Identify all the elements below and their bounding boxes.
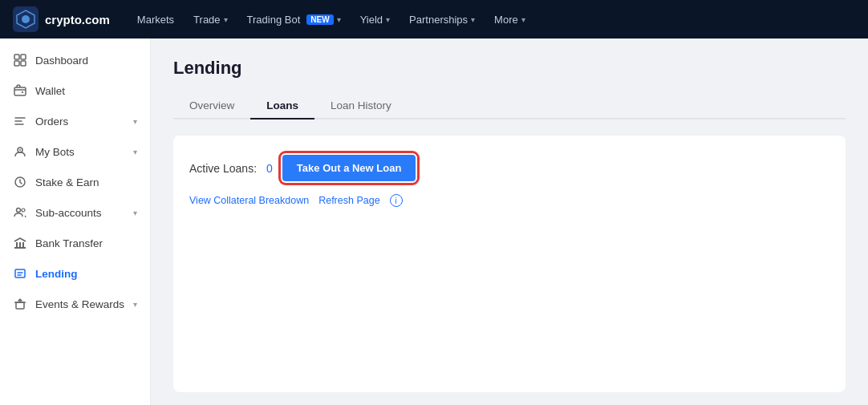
sidebar-label-events-rewards: Events & Rewards (35, 298, 124, 310)
active-loans-row: Active Loans: 0 Take Out a New Loan (189, 155, 829, 181)
content-area: Lending Overview Loans Loan History Acti… (151, 38, 868, 405)
sidebar-label-bank-transfer: Bank Transfer (35, 237, 103, 249)
svg-rect-14 (16, 242, 18, 247)
wallet-icon (13, 83, 27, 98)
events-rewards-arrow: ▾ (133, 300, 137, 309)
svg-rect-17 (15, 269, 25, 277)
lending-icon (13, 266, 27, 281)
refresh-page-link[interactable]: Refresh Page (318, 195, 379, 206)
stake-earn-icon (13, 175, 27, 189)
svg-rect-16 (22, 242, 24, 247)
logo-icon (13, 6, 39, 32)
sidebar-label-orders: Orders (35, 115, 68, 128)
take-out-loan-button[interactable]: Take Out a New Loan (282, 155, 416, 181)
nav-markets[interactable]: Markets (129, 9, 182, 30)
svg-rect-15 (19, 242, 21, 247)
sidebar-item-sub-accounts[interactable]: Sub-accounts ▾ (0, 197, 150, 228)
more-chevron: ▾ (521, 15, 525, 24)
tab-loan-history[interactable]: Loan History (314, 93, 408, 119)
tab-loans[interactable]: Loans (250, 93, 314, 119)
page-title: Lending (173, 58, 846, 79)
active-loans-label: Active Loans: (189, 162, 257, 175)
sub-links: View Collateral Breakdown Refresh Page i (189, 194, 829, 207)
top-navigation: crypto.com Markets Trade ▾ Trading Bot N… (0, 0, 868, 38)
svg-rect-2 (14, 55, 19, 59)
trade-chevron: ▾ (224, 15, 228, 24)
tabs-bar: Overview Loans Loan History (173, 93, 846, 119)
main-layout: Dashboard Wallet Orders ▾ (0, 38, 868, 405)
sidebar-item-wallet[interactable]: Wallet (0, 75, 150, 106)
nav-trading-bot[interactable]: Trading Bot NEW ▾ (239, 9, 349, 30)
orders-arrow: ▾ (133, 117, 137, 126)
info-icon[interactable]: i (390, 194, 403, 207)
nav-links: Markets Trade ▾ Trading Bot NEW ▾ Yield … (129, 9, 533, 30)
sidebar-item-events-rewards[interactable]: Events & Rewards ▾ (0, 289, 150, 319)
sidebar-label-my-bots: My Bots (35, 146, 75, 158)
svg-rect-7 (22, 91, 23, 93)
nav-trade[interactable]: Trade ▾ (185, 9, 235, 30)
sidebar-item-stake-earn[interactable]: Stake & Earn (0, 167, 150, 197)
svg-point-12 (22, 209, 25, 212)
my-bots-icon (13, 144, 27, 159)
sidebar-item-orders[interactable]: Orders ▾ (0, 106, 150, 136)
dashboard-icon (13, 53, 27, 67)
trading-bot-chevron: ▾ (337, 15, 341, 24)
sub-accounts-icon (13, 205, 27, 220)
svg-rect-5 (21, 61, 26, 66)
partnerships-chevron: ▾ (471, 15, 475, 24)
logo-text: crypto.com (45, 13, 110, 26)
sidebar-item-dashboard[interactable]: Dashboard (0, 45, 150, 75)
sidebar-label-wallet: Wallet (35, 85, 65, 97)
svg-rect-3 (21, 55, 26, 59)
nav-more[interactable]: More ▾ (486, 9, 533, 30)
nav-yield[interactable]: Yield ▾ (352, 9, 398, 30)
sidebar-label-stake-earn: Stake & Earn (35, 176, 99, 188)
loans-section: Active Loans: 0 Take Out a New Loan View… (173, 136, 846, 392)
sub-accounts-arrow: ▾ (133, 209, 137, 217)
orders-icon (13, 114, 27, 128)
active-loans-count: 0 (266, 162, 273, 175)
svg-rect-18 (16, 302, 24, 309)
sidebar-item-bank-transfer[interactable]: Bank Transfer (0, 228, 150, 258)
sidebar-item-my-bots[interactable]: My Bots ▾ (0, 136, 150, 167)
sidebar-label-dashboard: Dashboard (35, 55, 88, 67)
sidebar-label-lending: Lending (35, 268, 78, 280)
svg-rect-6 (14, 87, 26, 95)
svg-rect-13 (14, 247, 26, 249)
svg-point-11 (17, 209, 21, 213)
my-bots-arrow: ▾ (133, 148, 137, 156)
tab-overview[interactable]: Overview (173, 93, 250, 119)
sidebar-item-lending[interactable]: Lending (0, 258, 150, 289)
svg-point-1 (22, 15, 30, 23)
svg-rect-4 (14, 61, 19, 66)
sidebar-label-sub-accounts: Sub-accounts (35, 207, 102, 219)
yield-chevron: ▾ (386, 15, 390, 24)
new-badge: NEW (306, 14, 333, 25)
nav-partnerships[interactable]: Partnerships ▾ (401, 9, 483, 30)
events-rewards-icon (13, 297, 27, 311)
bank-transfer-icon (13, 236, 27, 250)
view-collateral-link[interactable]: View Collateral Breakdown (189, 195, 309, 206)
sidebar: Dashboard Wallet Orders ▾ (0, 38, 151, 405)
svg-point-9 (19, 149, 21, 151)
logo[interactable]: crypto.com (13, 6, 110, 32)
